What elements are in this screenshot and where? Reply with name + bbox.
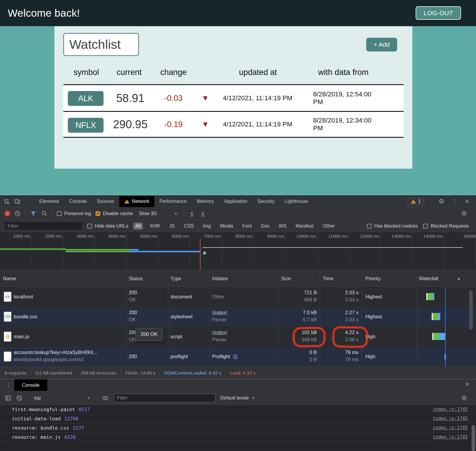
hide-data-urls-checkbox[interactable]	[87, 224, 92, 228]
tab-performance[interactable]: Performance	[154, 196, 192, 207]
export-har-icon[interactable]	[200, 210, 206, 217]
network-scrollbar-thumb[interactable]	[469, 290, 473, 330]
filter-type-other[interactable]: Other	[321, 223, 337, 230]
inspect-element-icon[interactable]	[4, 198, 10, 205]
request-row-accounts-lookup[interactable]: accounts:lookup?key=AIzaSyBnRKit...ident…	[0, 347, 476, 367]
console-message[interactable]: resource: bundle.css2277 index.js:1745	[0, 423, 476, 433]
column-divider[interactable]	[126, 270, 127, 286]
request-row-main-js[interactable]: JS main.js 200OK script (index)Parser 10…	[0, 327, 476, 347]
preserve-log-toggle[interactable]: Preserve log	[57, 211, 91, 216]
logout-button[interactable]: LOG-OUT	[416, 6, 461, 20]
filter-type-doc[interactable]: Doc	[259, 223, 271, 230]
th-status[interactable]: Status	[129, 270, 143, 287]
record-network-log-icon[interactable]	[5, 211, 10, 216]
console-message[interactable]: initial-data-load12766 index.js:1745	[0, 414, 476, 423]
column-divider[interactable]	[168, 270, 168, 286]
console-message[interactable]: resource: main.js4226 index.js:1745	[0, 433, 476, 442]
drawer-kebab-menu-icon[interactable]: ⋮	[6, 382, 12, 388]
has-blocked-cookies-toggle[interactable]: Has blocked cookies	[367, 223, 418, 229]
tab-network[interactable]: Network	[119, 196, 154, 207]
log-levels-dropdown[interactable]: Default levels ▼	[220, 395, 255, 401]
filter-type-xhr[interactable]: XHR	[148, 223, 162, 230]
close-devtools-icon[interactable]: ✕	[465, 199, 469, 204]
status-tooltip: 200 OK	[135, 328, 163, 341]
requests-table-body: <> localhost 200OK document Other 721 B4…	[0, 287, 476, 367]
symbol-badge[interactable]: ALK	[68, 91, 104, 106]
add-button[interactable]: + Add	[366, 38, 397, 51]
filter-type-manifest[interactable]: Manifest	[294, 223, 316, 230]
kebab-menu-icon[interactable]: ⋮	[452, 198, 458, 204]
filter-funnel-icon[interactable]	[30, 210, 37, 217]
preserve-log-checkbox[interactable]	[57, 211, 62, 216]
column-divider[interactable]	[416, 270, 417, 286]
hide-data-urls-toggle[interactable]: Hide data URLs	[87, 223, 128, 229]
column-divider[interactable]	[278, 270, 278, 286]
th-waterfall[interactable]: Waterfall	[419, 270, 438, 287]
initiator-link[interactable]: (index)	[212, 330, 227, 335]
th-type[interactable]: Type	[170, 270, 181, 287]
source-link[interactable]: index.js:1745	[433, 433, 468, 442]
console-filter-input[interactable]	[114, 394, 215, 403]
th-time[interactable]: Time	[323, 270, 333, 287]
device-toolbar-icon[interactable]	[14, 198, 21, 205]
tab-console[interactable]: Console	[64, 196, 92, 207]
request-status: 200OK	[129, 287, 137, 307]
throttling-dropdown[interactable]: Slow 3G ▼	[137, 211, 179, 216]
filter-type-media[interactable]: Media	[218, 223, 235, 230]
filter-type-js[interactable]: JS	[167, 223, 177, 230]
console-message[interactable]: first-meaningful-paint8517 index.js:1745	[0, 405, 476, 414]
request-row-localhost[interactable]: <> localhost 200OK document Other 721 B4…	[0, 287, 476, 307]
blocked-requests-checkbox[interactable]	[423, 224, 428, 228]
tab-sources[interactable]: Sources	[92, 196, 119, 207]
eye-icon[interactable]	[102, 395, 109, 401]
preflight-icon[interactable]	[233, 354, 238, 359]
filter-type-css[interactable]: CSS	[182, 223, 196, 230]
source-link[interactable]: index.js:1745	[433, 405, 468, 414]
search-icon[interactable]	[41, 210, 48, 217]
network-settings-gear-icon[interactable]: ⚙	[461, 210, 471, 217]
settings-gear-icon[interactable]: ⚙	[439, 198, 444, 205]
initiator-link[interactable]: (index)	[212, 310, 227, 315]
th-initiator[interactable]: Initiator	[212, 270, 228, 287]
th-name[interactable]: Name	[3, 270, 16, 287]
close-drawer-icon[interactable]: ✕	[465, 382, 469, 387]
tab-security[interactable]: Security	[252, 196, 280, 207]
source-link[interactable]: index.js:1745	[433, 423, 468, 433]
issues-badge[interactable]: 1	[408, 198, 424, 205]
column-divider[interactable]	[361, 270, 362, 286]
filter-type-img[interactable]: Img	[201, 223, 213, 230]
clear-console-icon[interactable]	[16, 395, 23, 401]
drawer-tab-console[interactable]: Console	[14, 379, 47, 391]
has-blocked-cookies-checkbox[interactable]	[367, 224, 372, 228]
filter-type-font[interactable]: Font	[240, 223, 254, 230]
overview-request-dot	[203, 252, 206, 254]
disable-cache-toggle[interactable]: Disable cache	[95, 211, 133, 216]
filter-type-ws[interactable]: WS	[277, 223, 289, 230]
column-header-updated-at: updated at	[239, 68, 277, 77]
context-selector-dropdown[interactable]: top ▼	[32, 395, 92, 401]
tab-application[interactable]: Application	[219, 196, 252, 207]
request-row-bundle-css[interactable]: CSS bundle.css 200OK stylesheet (index)P…	[0, 307, 476, 327]
column-divider[interactable]	[210, 270, 210, 286]
th-priority[interactable]: Priority	[365, 270, 381, 287]
th-size[interactable]: Size	[281, 270, 291, 287]
sort-ascending-icon[interactable]: ▲	[457, 270, 461, 287]
timeline-tick: 11000 ms	[328, 234, 348, 239]
network-filter-input[interactable]	[5, 222, 82, 230]
clear-network-log-icon[interactable]	[14, 210, 21, 217]
network-overview-timeline[interactable]: 1000 ms2000 ms3000 ms4000 ms5000 ms6000 …	[0, 232, 476, 270]
console-sidebar-icon[interactable]	[5, 395, 11, 401]
request-status: 200	[129, 347, 137, 367]
tab-memory[interactable]: Memory	[192, 196, 219, 207]
tab-lighthouse[interactable]: Lighthouse	[280, 196, 313, 207]
blocked-requests-toggle[interactable]: Blocked Requests	[423, 223, 469, 229]
column-divider[interactable]	[320, 270, 320, 286]
filter-type-all[interactable]: All	[133, 223, 143, 230]
symbol-badge[interactable]: NFLX	[68, 118, 104, 133]
import-har-icon[interactable]	[189, 210, 195, 217]
console-settings-gear-icon[interactable]: ⚙	[461, 395, 471, 401]
source-link[interactable]: index.js:1745	[433, 414, 468, 423]
console-scrollbar-thumb[interactable]	[472, 425, 475, 451]
tab-elements[interactable]: Elements	[34, 196, 64, 207]
disable-cache-checkbox[interactable]	[95, 211, 100, 216]
